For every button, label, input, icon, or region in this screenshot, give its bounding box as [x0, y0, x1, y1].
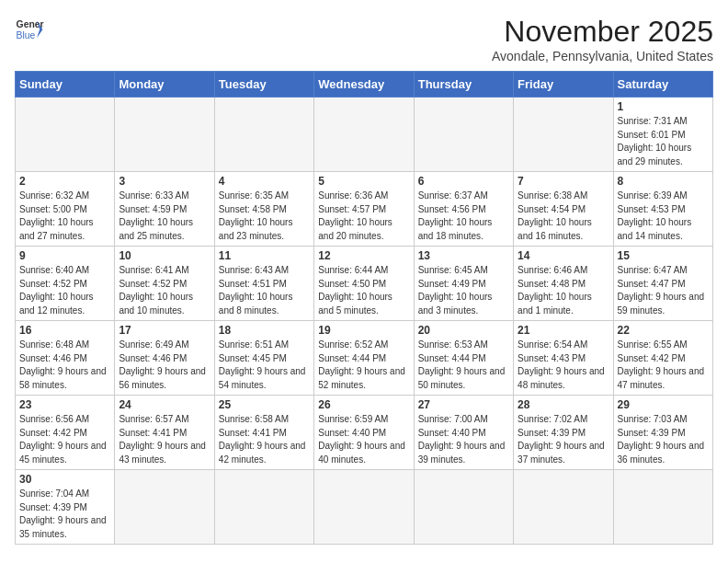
calendar-day-cell: 6Sunrise: 6:37 AM Sunset: 4:56 PM Daylig…: [414, 172, 513, 247]
calendar-week-row: 16Sunrise: 6:48 AM Sunset: 4:46 PM Dayli…: [16, 321, 713, 396]
weekday-header-cell: Monday: [115, 72, 214, 98]
calendar-day-cell: [16, 98, 115, 172]
day-info: Sunrise: 7:03 AM Sunset: 4:39 PM Dayligh…: [618, 413, 709, 466]
calendar-day-cell: 30Sunrise: 7:04 AM Sunset: 4:39 PM Dayli…: [16, 470, 115, 545]
day-info: Sunrise: 6:51 AM Sunset: 4:45 PM Dayligh…: [219, 339, 310, 392]
header: General Blue November 2025 Avondale, Pen…: [15, 15, 713, 63]
day-number: 3: [119, 175, 210, 188]
calendar-day-cell: 17Sunrise: 6:49 AM Sunset: 4:46 PM Dayli…: [115, 321, 214, 396]
weekday-header-cell: Wednesday: [314, 72, 414, 98]
day-info: Sunrise: 6:36 AM Sunset: 4:57 PM Dayligh…: [318, 190, 409, 243]
day-info: Sunrise: 6:39 AM Sunset: 4:53 PM Dayligh…: [618, 190, 709, 243]
calendar-day-cell: 11Sunrise: 6:43 AM Sunset: 4:51 PM Dayli…: [214, 247, 313, 321]
day-number: 13: [418, 249, 509, 262]
weekday-header-row: SundayMondayTuesdayWednesdayThursdayFrid…: [16, 72, 713, 98]
day-info: Sunrise: 7:04 AM Sunset: 4:39 PM Dayligh…: [19, 488, 110, 541]
day-number: 8: [618, 175, 709, 188]
calendar-day-cell: 12Sunrise: 6:44 AM Sunset: 4:50 PM Dayli…: [314, 247, 414, 321]
day-info: Sunrise: 6:56 AM Sunset: 4:42 PM Dayligh…: [19, 413, 110, 466]
calendar-day-cell: 21Sunrise: 6:54 AM Sunset: 4:43 PM Dayli…: [514, 321, 613, 396]
calendar-day-cell: 3Sunrise: 6:33 AM Sunset: 4:59 PM Daylig…: [115, 172, 214, 247]
logo: General Blue: [15, 15, 44, 44]
calendar-day-cell: [514, 470, 613, 545]
calendar-day-cell: 13Sunrise: 6:45 AM Sunset: 4:49 PM Dayli…: [414, 247, 513, 321]
day-info: Sunrise: 6:46 AM Sunset: 4:48 PM Dayligh…: [518, 264, 609, 317]
day-number: 17: [119, 324, 210, 337]
calendar-day-cell: 7Sunrise: 6:38 AM Sunset: 4:54 PM Daylig…: [514, 172, 613, 247]
logo-icon: General Blue: [15, 15, 44, 44]
calendar-day-cell: 18Sunrise: 6:51 AM Sunset: 4:45 PM Dayli…: [214, 321, 313, 396]
calendar-week-row: 23Sunrise: 6:56 AM Sunset: 4:42 PM Dayli…: [16, 396, 713, 470]
svg-text:Blue: Blue: [17, 30, 36, 40]
day-number: 18: [219, 324, 310, 337]
day-number: 4: [219, 175, 310, 188]
calendar-day-cell: 8Sunrise: 6:39 AM Sunset: 4:53 PM Daylig…: [613, 172, 712, 247]
day-number: 22: [618, 324, 709, 337]
day-info: Sunrise: 6:55 AM Sunset: 4:42 PM Dayligh…: [618, 339, 709, 392]
day-info: Sunrise: 6:47 AM Sunset: 4:47 PM Dayligh…: [618, 264, 709, 317]
day-info: Sunrise: 6:32 AM Sunset: 5:00 PM Dayligh…: [19, 190, 110, 243]
day-number: 25: [219, 398, 310, 411]
calendar-day-cell: 14Sunrise: 6:46 AM Sunset: 4:48 PM Dayli…: [514, 247, 613, 321]
day-info: Sunrise: 6:49 AM Sunset: 4:46 PM Dayligh…: [119, 339, 210, 392]
day-number: 9: [19, 249, 110, 262]
calendar-table: SundayMondayTuesdayWednesdayThursdayFrid…: [15, 71, 713, 545]
calendar-day-cell: 25Sunrise: 6:58 AM Sunset: 4:41 PM Dayli…: [214, 396, 313, 470]
day-number: 19: [318, 324, 409, 337]
day-number: 6: [418, 175, 509, 188]
day-number: 28: [518, 398, 609, 411]
calendar-day-cell: 10Sunrise: 6:41 AM Sunset: 4:52 PM Dayli…: [115, 247, 214, 321]
day-number: 20: [418, 324, 509, 337]
month-title: November 2025: [492, 15, 713, 49]
day-info: Sunrise: 6:53 AM Sunset: 4:44 PM Dayligh…: [418, 339, 509, 392]
day-info: Sunrise: 6:44 AM Sunset: 4:50 PM Dayligh…: [318, 264, 409, 317]
day-info: Sunrise: 7:00 AM Sunset: 4:40 PM Dayligh…: [418, 413, 509, 466]
day-number: 2: [19, 175, 110, 188]
calendar-week-row: 2Sunrise: 6:32 AM Sunset: 5:00 PM Daylig…: [16, 172, 713, 247]
weekday-header-cell: Tuesday: [214, 72, 313, 98]
day-info: Sunrise: 6:37 AM Sunset: 4:56 PM Dayligh…: [418, 190, 509, 243]
day-info: Sunrise: 6:33 AM Sunset: 4:59 PM Dayligh…: [119, 190, 210, 243]
day-number: 29: [618, 398, 709, 411]
calendar-day-cell: 24Sunrise: 6:57 AM Sunset: 4:41 PM Dayli…: [115, 396, 214, 470]
calendar-day-cell: 19Sunrise: 6:52 AM Sunset: 4:44 PM Dayli…: [314, 321, 414, 396]
calendar-day-cell: [514, 98, 613, 172]
calendar-day-cell: [314, 470, 414, 545]
calendar-day-cell: 5Sunrise: 6:36 AM Sunset: 4:57 PM Daylig…: [314, 172, 414, 247]
weekday-header-cell: Saturday: [613, 72, 712, 98]
day-number: 10: [119, 249, 210, 262]
calendar-week-row: 9Sunrise: 6:40 AM Sunset: 4:52 PM Daylig…: [16, 247, 713, 321]
calendar-body: 1Sunrise: 7:31 AM Sunset: 6:01 PM Daylig…: [16, 98, 713, 545]
calendar-day-cell: 27Sunrise: 7:00 AM Sunset: 4:40 PM Dayli…: [414, 396, 513, 470]
calendar-day-cell: 4Sunrise: 6:35 AM Sunset: 4:58 PM Daylig…: [214, 172, 313, 247]
day-number: 11: [219, 249, 310, 262]
calendar-day-cell: [414, 98, 513, 172]
day-info: Sunrise: 6:52 AM Sunset: 4:44 PM Dayligh…: [318, 339, 409, 392]
calendar-day-cell: 9Sunrise: 6:40 AM Sunset: 4:52 PM Daylig…: [16, 247, 115, 321]
day-info: Sunrise: 6:59 AM Sunset: 4:40 PM Dayligh…: [318, 413, 409, 466]
day-number: 30: [19, 473, 110, 486]
day-info: Sunrise: 6:40 AM Sunset: 4:52 PM Dayligh…: [19, 264, 110, 317]
day-number: 14: [518, 249, 609, 262]
day-info: Sunrise: 7:02 AM Sunset: 4:39 PM Dayligh…: [518, 413, 609, 466]
day-number: 15: [618, 249, 709, 262]
calendar-day-cell: 28Sunrise: 7:02 AM Sunset: 4:39 PM Dayli…: [514, 396, 613, 470]
day-info: Sunrise: 6:41 AM Sunset: 4:52 PM Dayligh…: [119, 264, 210, 317]
calendar-day-cell: [214, 470, 313, 545]
day-number: 1: [618, 100, 709, 113]
title-area: November 2025 Avondale, Pennsylvania, Un…: [492, 15, 713, 63]
calendar-day-cell: 23Sunrise: 6:56 AM Sunset: 4:42 PM Dayli…: [16, 396, 115, 470]
calendar-day-cell: 2Sunrise: 6:32 AM Sunset: 5:00 PM Daylig…: [16, 172, 115, 247]
day-number: 21: [518, 324, 609, 337]
calendar-day-cell: [613, 470, 712, 545]
day-info: Sunrise: 6:48 AM Sunset: 4:46 PM Dayligh…: [19, 339, 110, 392]
day-number: 16: [19, 324, 110, 337]
day-number: 23: [19, 398, 110, 411]
day-number: 26: [318, 398, 409, 411]
calendar-day-cell: 20Sunrise: 6:53 AM Sunset: 4:44 PM Dayli…: [414, 321, 513, 396]
day-info: Sunrise: 7:31 AM Sunset: 6:01 PM Dayligh…: [618, 115, 709, 168]
day-info: Sunrise: 6:54 AM Sunset: 4:43 PM Dayligh…: [518, 339, 609, 392]
day-info: Sunrise: 6:57 AM Sunset: 4:41 PM Dayligh…: [119, 413, 210, 466]
day-info: Sunrise: 6:58 AM Sunset: 4:41 PM Dayligh…: [219, 413, 310, 466]
day-info: Sunrise: 6:43 AM Sunset: 4:51 PM Dayligh…: [219, 264, 310, 317]
